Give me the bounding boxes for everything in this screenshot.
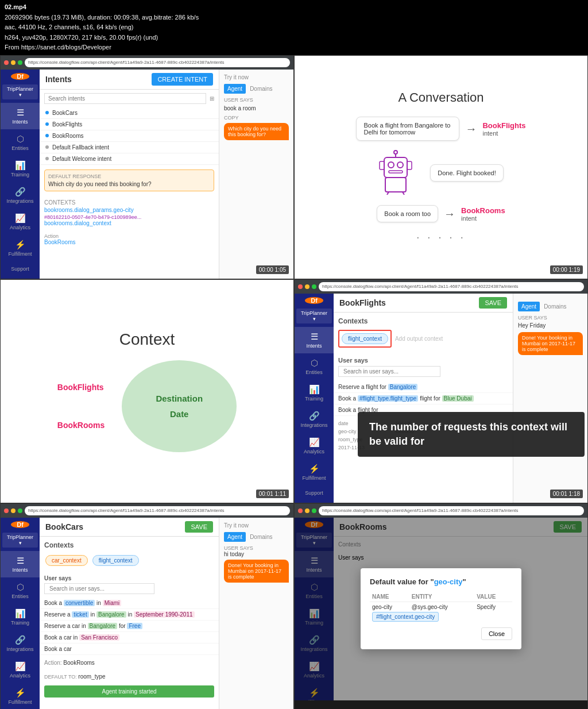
user-label-4: USER SAYS <box>518 315 583 321</box>
domains-tab-1[interactable]: Domains <box>248 84 274 94</box>
contexts-5: Contexts car_context flight_context <box>40 537 219 572</box>
nav-intents-5[interactable]: ☰ Intents <box>1 551 40 577</box>
conv-row-2: Done. Flight booked! <box>378 149 504 197</box>
nav-support-1[interactable]: Support <box>9 261 32 276</box>
create-intent-btn-1[interactable]: CREATE INTENT <box>152 73 213 86</box>
save-btn-4[interactable]: SAVE <box>479 297 507 309</box>
col-value: VALUE <box>474 592 512 602</box>
search-input-1[interactable] <box>44 93 206 104</box>
nav-training-1[interactable]: 📊 Training <box>1 156 40 182</box>
contexts-4: Contexts flight_context Add output conte… <box>334 313 513 352</box>
nav-fulfillment-5[interactable]: ⚡ Fulfillment <box>1 683 40 709</box>
chrome-close[interactable] <box>4 60 9 65</box>
nav-entities-1[interactable]: ⬡ Entities <box>1 129 40 156</box>
domains-tab-5[interactable]: Domains <box>248 532 274 542</box>
agent-tab-5[interactable]: Agent <box>224 532 246 542</box>
intent-bookrooms-1[interactable]: BookRooms <box>40 130 219 142</box>
nav-fulfillment-1[interactable]: ⚡ Fulfillment <box>1 235 40 261</box>
svg-rect-3 <box>389 171 403 173</box>
user-says-4: User says <box>334 352 513 382</box>
nav-support-4[interactable]: Support <box>303 485 326 500</box>
dot <box>45 111 49 114</box>
intent-label-2: BookRooms intent <box>461 206 505 222</box>
try-panel-1: Try it now Agent Domains USER SAYS book … <box>219 70 293 279</box>
nav-analytics-4[interactable]: 📈 Analytics <box>295 433 334 459</box>
nav-entities-5[interactable]: ⬡ Entities <box>1 577 40 604</box>
flight-ctx-chip-4[interactable]: flight_context <box>342 333 388 344</box>
user-says-search-4[interactable] <box>338 366 440 377</box>
chrome-close-6[interactable] <box>298 508 303 513</box>
nav-intents-4[interactable]: ☰ Intents <box>295 327 334 353</box>
chrome-min-6[interactable] <box>305 508 310 513</box>
chrome-close-4[interactable] <box>298 284 303 289</box>
arrow-2: → <box>444 207 455 221</box>
intents-icon: ☰ <box>17 107 24 118</box>
agent-tab-4[interactable]: Agent <box>518 302 540 311</box>
default-to-val-5: room_type <box>78 673 105 680</box>
user-says-search-5[interactable] <box>44 583 154 594</box>
agent-selector-5[interactable]: TripPlanner ▾ <box>2 533 37 548</box>
url-bar-4: https://console.dialogflow.com/api-clien… <box>319 282 584 291</box>
output-ctx-placeholder-4[interactable]: Add output context <box>395 336 443 342</box>
nav-training-4[interactable]: 📊 Training <box>295 380 334 406</box>
intent-welcome-1[interactable]: Default Welcome intent <box>40 153 219 165</box>
nav-account-1[interactable]: Account <box>9 276 32 279</box>
ctx-row-4: flight_context Add output context <box>338 330 508 348</box>
chrome-close-5[interactable] <box>4 508 9 513</box>
ar-1-5: Book a convertible in Miami <box>40 598 219 609</box>
nav-integrations-1[interactable]: 🔗 Integrations <box>1 182 40 209</box>
df-header-5: BookCars SAVE <box>40 518 219 537</box>
panels-grid: https://console.dialogflow.com/api-clien… <box>0 55 588 709</box>
nav-analytics-1[interactable]: 📈 Analytics <box>1 209 40 235</box>
modal-close-btn-6[interactable]: Close <box>481 627 512 640</box>
bot-resp-5: Done! Your booking in Mumbai on 2017-11-… <box>224 560 289 583</box>
chrome-max-5[interactable] <box>18 508 22 513</box>
nav-integrations-5[interactable]: 🔗 Integrations <box>1 630 40 657</box>
nav-training-5[interactable]: 📊 Training <box>1 604 40 630</box>
intent-bookcars-1[interactable]: BookCars <box>40 107 219 119</box>
agent-tab-1[interactable]: Agent <box>224 84 246 94</box>
nav-entities-4[interactable]: ⬡ Entities <box>295 353 334 380</box>
chrome-max-4[interactable] <box>312 284 316 289</box>
chrome-max-6[interactable] <box>312 508 316 513</box>
ctx-left-labels-3: BookFlights BookRooms <box>57 383 105 430</box>
nav-integrations-4[interactable]: 🔗 Integrations <box>295 406 334 433</box>
file-name: 02.mp4 <box>5 2 583 13</box>
browser-chrome-4: https://console.dialogflow.com/api-clien… <box>295 280 587 294</box>
default-to-5: DEFAULT TO: room_type <box>40 668 219 683</box>
bookflights-title-4: BookFlights <box>339 298 479 307</box>
ar-5-5: Book a car <box>40 644 219 655</box>
chrome-min-4[interactable] <box>305 284 310 289</box>
intent-bookflights-1[interactable]: BookFlights <box>40 119 219 130</box>
ctx-ellipse-3: Destination Date <box>122 360 237 452</box>
panel-5-bookcars: https://console.dialogflow.com/api-clien… <box>0 503 294 709</box>
agent-selector-4[interactable]: TripPlanner ▾ <box>296 309 331 323</box>
intent-fallback-1[interactable]: Default Fallback intent <box>40 142 219 153</box>
ctx-chips-5: car_context flight_context <box>44 554 214 567</box>
conv-row-1: Book a flight from Bangalore to Delhi fo… <box>356 117 525 141</box>
car-ctx-chip-5[interactable]: car_context <box>45 555 88 566</box>
nav-account-4[interactable]: Account <box>303 500 326 503</box>
integrations-icon: 🔗 <box>15 187 26 197</box>
nav-fulfillment-4[interactable]: ⚡ Fulfillment <box>295 459 334 485</box>
search-bar-1: ⊞ <box>40 90 219 107</box>
col-entity: ENTITY <box>409 592 474 602</box>
training-icon: 📊 <box>15 160 26 171</box>
panel-4-bookflights: https://console.dialogflow.com/api-clien… <box>294 279 588 503</box>
action-1-4: Reserve a flight for Bangalore <box>334 382 513 393</box>
save-btn-5[interactable]: SAVE <box>185 521 213 533</box>
chrome-min-5[interactable] <box>11 508 16 513</box>
modal-chip-6[interactable]: #flight_context.geo-city <box>372 612 439 622</box>
user-lbl-5: USER SAYS <box>224 545 289 551</box>
chrome-max[interactable] <box>18 60 22 65</box>
chrome-min[interactable] <box>11 60 16 65</box>
domains-tab-4[interactable]: Domains <box>542 302 568 311</box>
nav-intents-1[interactable]: ☰ Intents <box>1 103 40 129</box>
svg-rect-6 <box>380 161 384 169</box>
agent-selector-1[interactable]: TripPlanner ▾ <box>2 84 37 99</box>
flight-ctx-chip-5[interactable]: flight_context <box>92 555 139 566</box>
nav-analytics-5[interactable]: 📈 Analytics <box>1 657 40 683</box>
video-info: h264, yuv420p, 1280X720, 217 kb/s, 20.00… <box>5 33 583 43</box>
timestamp-2: 00:00 1:19 <box>550 265 583 274</box>
try-panel-4: Agent Domains USER SAYS Hey Friday Done!… <box>513 294 587 503</box>
